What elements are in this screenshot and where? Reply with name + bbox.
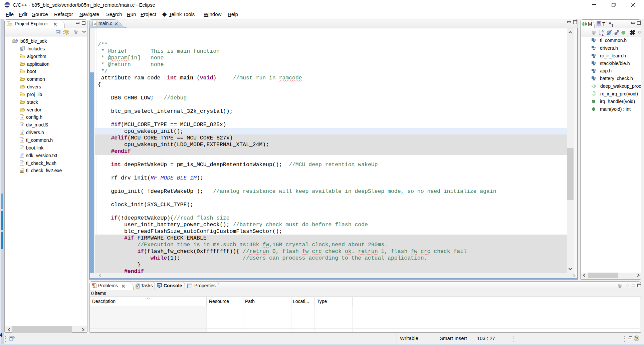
svg-text:.c: .c	[93, 22, 96, 26]
svg-text:.h: .h	[21, 116, 23, 119]
svg-text:z: z	[602, 32, 604, 36]
svg-text:h: h	[20, 48, 22, 51]
svg-text:.h: .h	[21, 139, 23, 142]
svg-text:.h: .h	[21, 131, 23, 134]
svg-text:.S: .S	[21, 124, 23, 127]
svg-text:010: 010	[20, 170, 24, 173]
svg-text:C: C	[16, 38, 18, 41]
